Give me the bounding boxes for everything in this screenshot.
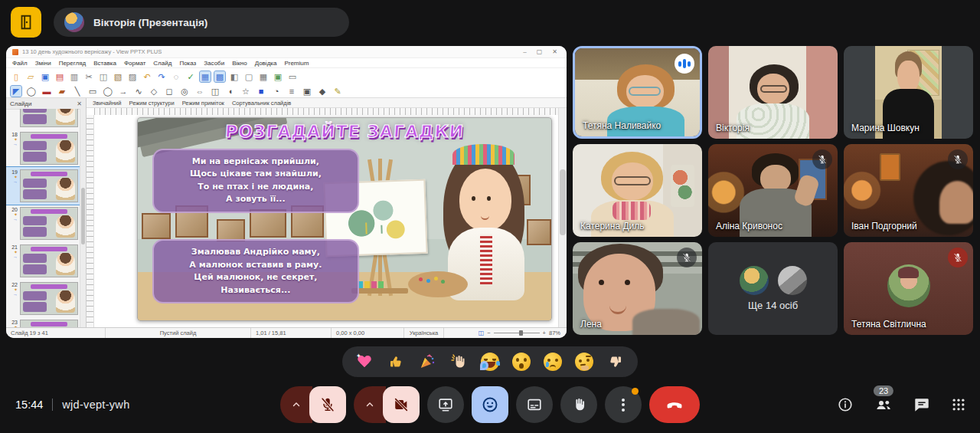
ellipse-icon[interactable]: ◯ bbox=[103, 86, 113, 97]
slide-thumbnail-19[interactable]: 19✦→ bbox=[6, 167, 80, 205]
paste-icon[interactable]: ▧ bbox=[113, 71, 123, 82]
table-icon[interactable]: ▦ bbox=[258, 71, 269, 82]
menu-item-показ[interactable]: Показ bbox=[179, 60, 196, 67]
flowchart-icon[interactable]: ◫ bbox=[210, 86, 220, 97]
participant-tile-lena[interactable]: Лена bbox=[573, 242, 702, 335]
participant-tile-ivan-podhornyi[interactable]: Іван Подгорний bbox=[844, 144, 973, 237]
more-options-button[interactable] bbox=[605, 386, 642, 423]
participant-tile-kateryna-dyl[interactable]: Катерина Диль bbox=[573, 144, 702, 237]
participant-tile-tetiana-svitlychna[interactable]: Тетяна Світлична bbox=[844, 242, 973, 335]
sparkling-heart-icon[interactable]: ✦ bbox=[354, 352, 374, 372]
fontwork-icon[interactable]: ✎ bbox=[332, 86, 343, 97]
zoom-slider[interactable] bbox=[494, 333, 540, 333]
polygon-icon[interactable]: ◇ bbox=[149, 86, 159, 97]
clone-format-icon[interactable]: ▨ bbox=[127, 71, 138, 82]
slide-thumbnail-21[interactable]: 21✦→ bbox=[6, 242, 80, 280]
menu-item-перегляд[interactable]: Перегляд bbox=[59, 60, 87, 67]
menu-item-слайд[interactable]: Слайд bbox=[153, 60, 172, 67]
view-tab-0[interactable]: Звичайний bbox=[93, 100, 122, 107]
laughing-face-icon[interactable] bbox=[480, 352, 500, 372]
menu-item-зміни[interactable]: Зміни bbox=[35, 60, 51, 67]
rectangle-icon[interactable]: ▭ bbox=[87, 86, 98, 97]
select-icon[interactable]: ◤ bbox=[11, 86, 21, 97]
arrange-icon[interactable]: ▣ bbox=[302, 86, 312, 97]
thumbs-down-icon[interactable] bbox=[606, 352, 626, 372]
text-box-icon[interactable]: ▭ bbox=[287, 71, 298, 82]
close-button[interactable]: ✕ bbox=[552, 48, 557, 55]
open-icon[interactable]: ▱ bbox=[25, 71, 36, 82]
slide-thumbnail-23[interactable]: 23✦→ bbox=[6, 317, 80, 328]
undo-icon[interactable]: ↶ bbox=[142, 71, 152, 82]
slide-thumbnail-22[interactable]: 22✦→ bbox=[6, 280, 80, 317]
grid-icon[interactable]: ▦ bbox=[200, 71, 211, 82]
arrow-icon[interactable]: → bbox=[118, 86, 129, 97]
fill-color-icon[interactable]: ▰ bbox=[57, 86, 67, 97]
camera-options-button[interactable] bbox=[354, 386, 386, 423]
edit-points-icon[interactable]: ◆ bbox=[317, 86, 328, 97]
zoom-in-icon[interactable]: + bbox=[543, 330, 546, 336]
line-icon[interactable]: ╲ bbox=[72, 86, 83, 97]
menu-item-вставка[interactable]: Вставка bbox=[93, 60, 116, 67]
canvas-scrollbar[interactable] bbox=[558, 108, 567, 328]
panel-close-icon[interactable]: ✕ bbox=[77, 100, 82, 107]
3d-objects-icon[interactable]: ■ bbox=[256, 86, 266, 97]
block-arrows-icon[interactable]: ⇔ bbox=[194, 86, 205, 97]
menu-item-довідка[interactable]: Довідка bbox=[255, 60, 277, 67]
display-views-icon[interactable]: ◧ bbox=[229, 71, 240, 82]
line-color-icon[interactable]: ▬ bbox=[41, 86, 52, 97]
stars-icon[interactable]: ☆ bbox=[240, 86, 251, 97]
redo-icon[interactable]: ↷ bbox=[156, 71, 167, 82]
print-icon[interactable]: ▥ bbox=[69, 71, 80, 82]
menu-item-засоби[interactable]: Засоби bbox=[204, 60, 224, 67]
spelling-icon[interactable]: ✓ bbox=[185, 71, 196, 82]
participant-tile-alina-kryvonos[interactable]: Аліна Кривонос bbox=[708, 144, 838, 237]
reactions-button[interactable] bbox=[472, 386, 508, 423]
overflow-participants-tile[interactable]: Ще 14 осіб bbox=[708, 242, 838, 335]
people-panel-button[interactable]: 23 bbox=[874, 395, 893, 414]
align-icon[interactable]: ≡ bbox=[286, 86, 297, 97]
zoom-out-icon[interactable]: − bbox=[487, 330, 490, 336]
view-tab-2[interactable]: Режим приміток bbox=[182, 100, 224, 107]
crying-face-icon[interactable] bbox=[543, 352, 563, 372]
activities-button[interactable] bbox=[951, 397, 966, 412]
symbol-shapes-icon[interactable]: ◎ bbox=[179, 86, 190, 97]
surprised-face-icon[interactable] bbox=[511, 352, 531, 372]
menu-item-формат[interactable]: Формат bbox=[124, 60, 145, 67]
view-tab-3[interactable]: Сортувальник слайдів bbox=[232, 100, 291, 107]
callouts-icon[interactable]: ◖ bbox=[225, 86, 236, 97]
menu-item-premium[interactable]: Premium bbox=[284, 60, 309, 67]
zoom-control[interactable]: ◫ − + 87% bbox=[444, 328, 567, 338]
insert-image-icon[interactable]: ▣ bbox=[273, 71, 283, 82]
menu-item-файл[interactable]: Файл bbox=[12, 60, 28, 67]
camera-off-button[interactable] bbox=[383, 386, 420, 423]
slide-thumbnail-18[interactable]: 18✦→ bbox=[6, 130, 80, 167]
rotate-icon[interactable]: ◔ bbox=[271, 86, 282, 97]
export-pdf-icon[interactable]: ▤ bbox=[54, 71, 65, 82]
curve-icon[interactable]: ∿ bbox=[133, 86, 144, 97]
participant-tile-maryna-shovkun[interactable]: Марина Шовкун bbox=[844, 46, 973, 139]
present-screen-button[interactable] bbox=[427, 386, 464, 423]
status-language[interactable]: Українська bbox=[404, 328, 444, 338]
new-icon[interactable]: ▯ bbox=[11, 71, 21, 82]
participant-tile-viktoriia[interactable]: Вікторія bbox=[708, 46, 838, 139]
meeting-details-button[interactable] bbox=[837, 396, 854, 413]
end-call-button[interactable] bbox=[649, 386, 700, 423]
mic-options-button[interactable] bbox=[280, 386, 312, 423]
panel-scrollbar[interactable] bbox=[80, 109, 86, 328]
slide-thumbnail-17[interactable]: 17✦→ bbox=[6, 109, 80, 130]
screenshare-tile[interactable]: 13 10 день художнього вернісажу - View P… bbox=[6, 46, 567, 338]
menu-item-вікно[interactable]: Вікно bbox=[232, 60, 247, 67]
save-icon[interactable]: ▣ bbox=[40, 71, 51, 82]
thinking-face-icon[interactable] bbox=[574, 352, 594, 372]
chat-panel-button[interactable] bbox=[913, 396, 930, 413]
cut-icon[interactable]: ✂ bbox=[83, 71, 94, 82]
zoom-icon[interactable]: ◯ bbox=[26, 86, 37, 97]
slide-thumbnail-20[interactable]: 20✦→ bbox=[6, 205, 80, 242]
participant-tile-tetiana-nalyvaiko[interactable]: Тетяна Наливайко bbox=[573, 46, 702, 139]
meet-home-button[interactable] bbox=[11, 7, 41, 38]
snap-grid-icon[interactable]: ▩ bbox=[214, 71, 225, 82]
clapping-hands-icon[interactable] bbox=[449, 352, 469, 372]
copy-icon[interactable]: ◫ bbox=[98, 71, 109, 82]
captions-button[interactable] bbox=[516, 386, 553, 423]
view-tab-1[interactable]: Режим структури bbox=[129, 100, 175, 107]
